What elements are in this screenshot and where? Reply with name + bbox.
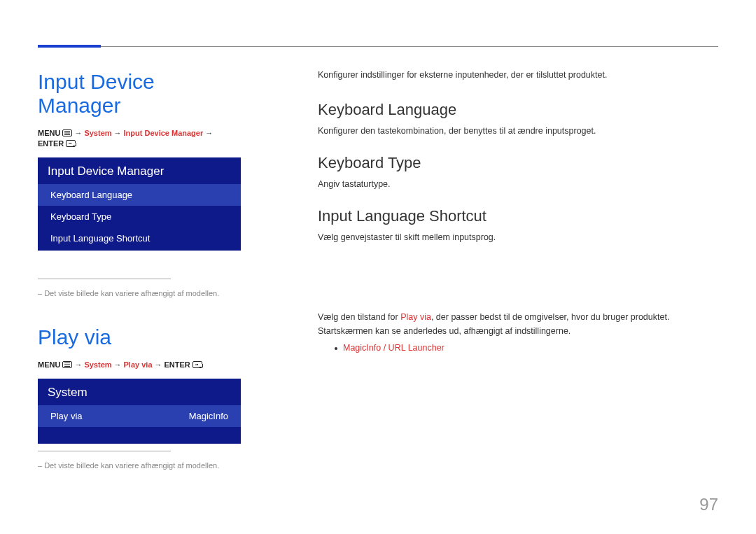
- breadcrumb-arrow: →: [114, 129, 122, 137]
- panel-item-label: Play via: [50, 411, 83, 421]
- panel-item-keyboard-type[interactable]: Keyboard Type: [38, 206, 241, 227]
- panel-spacer: [38, 427, 241, 444]
- svg-rect-4: [64, 365, 70, 365]
- svg-rect-3: [64, 363, 70, 363]
- heading-keyboard-language: Keyboard Language: [318, 101, 718, 119]
- header-accent: [38, 45, 101, 48]
- svg-rect-5: [64, 366, 70, 367]
- breadcrumb-arrow: →: [114, 360, 122, 369]
- breadcrumb-enter-label: ENTER: [38, 139, 64, 148]
- play-p1-red: Play via: [400, 312, 431, 322]
- play-p2: Startskærmen kan se anderledes ud, afhæn…: [318, 326, 718, 336]
- note-text: – Det viste billede kan variere afhængig…: [38, 289, 241, 297]
- body-keyboard-language: Konfigurer den tastekombination, der ben…: [318, 126, 718, 136]
- menu-panel-idm: Input Device Manager Keyboard Language K…: [38, 157, 241, 251]
- body-keyboard-type: Angiv tastaturtype.: [318, 179, 718, 189]
- body-input-language-shortcut: Vælg genvejstaster til skift mellem inpu…: [318, 232, 718, 242]
- svg-rect-0: [64, 131, 70, 132]
- menu-panel-system: System Play via MagicInfo: [38, 379, 241, 444]
- intro-text: Konfigurer indstillinger for eksterne in…: [318, 70, 718, 80]
- bullet-icon: [335, 347, 337, 350]
- panel-item-keyboard-language[interactable]: Keyboard Language: [38, 184, 241, 206]
- enter-icon: [66, 140, 76, 147]
- bullet-magicinfo: MagicInfo / URL Launcher: [343, 343, 444, 353]
- section-title-play-via: Play via: [38, 325, 241, 349]
- svg-rect-1: [64, 133, 70, 134]
- note-text: – Det viste billede kan variere afhængig…: [38, 461, 241, 470]
- heading-input-language-shortcut: Input Language Shortcut: [318, 207, 718, 225]
- breadcrumb-menu-label: MENU: [38, 129, 60, 137]
- play-via-description: Vælg den tilstand for Play via, der pass…: [318, 312, 718, 353]
- panel-item-play-via[interactable]: Play via MagicInfo: [38, 405, 241, 427]
- play-p1a: Vælg den tilstand for: [318, 312, 400, 322]
- breadcrumb-system: System: [84, 360, 111, 369]
- divider: [38, 279, 171, 279]
- page-number: 97: [699, 495, 718, 514]
- breadcrumb-system: System: [84, 129, 111, 137]
- breadcrumb-playvia-label: Play via: [124, 360, 153, 369]
- breadcrumb-playvia: MENU → System → Play via → ENTER: [38, 360, 241, 369]
- breadcrumb-enter-label: ENTER: [164, 360, 190, 369]
- panel-title: Input Device Manager: [38, 157, 241, 184]
- menu-icon: [62, 129, 72, 136]
- enter-icon: [192, 361, 202, 368]
- play-p1b: , der passer bedst til de omgivelser, hv…: [431, 312, 669, 322]
- breadcrumb-arrow: →: [74, 129, 82, 137]
- breadcrumb-idm-label: Input Device Manager: [124, 129, 204, 137]
- divider: [38, 451, 171, 451]
- breadcrumb-arrow: →: [155, 360, 162, 369]
- breadcrumb-arrow: →: [74, 360, 82, 369]
- panel-title: System: [38, 379, 241, 405]
- header-divider: [38, 46, 718, 47]
- section-title-input-device-manager: Input Device Manager: [38, 70, 241, 118]
- panel-item-input-language-shortcut[interactable]: Input Language Shortcut: [38, 227, 241, 251]
- breadcrumb-idm: MENU → System → Input Device Manager → E…: [38, 129, 241, 148]
- menu-icon: [62, 361, 72, 368]
- breadcrumb-arrow: →: [205, 129, 213, 137]
- heading-keyboard-type: Keyboard Type: [318, 154, 718, 172]
- panel-item-value: MagicInfo: [189, 411, 228, 421]
- breadcrumb-menu-label: MENU: [38, 360, 60, 369]
- svg-rect-2: [64, 134, 70, 135]
